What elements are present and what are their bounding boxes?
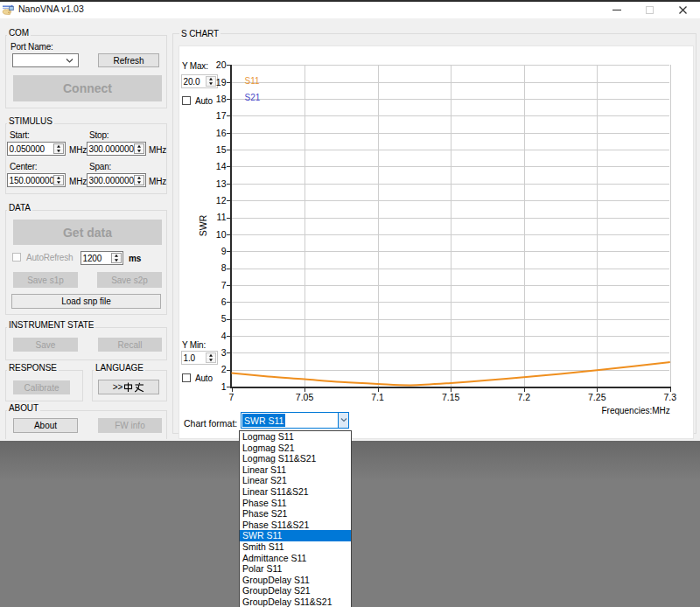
svg-text:1: 1 xyxy=(221,381,227,392)
svg-text:8: 8 xyxy=(221,262,227,273)
svg-text:Frequencies:MHz: Frequencies:MHz xyxy=(601,406,669,415)
svg-text:17: 17 xyxy=(216,110,227,121)
svg-text:SWR: SWR xyxy=(198,214,208,236)
svg-text:7.2: 7.2 xyxy=(517,392,530,402)
svg-text:10: 10 xyxy=(216,229,227,240)
svg-text:S21: S21 xyxy=(245,93,261,102)
svg-text:7.3: 7.3 xyxy=(663,392,676,402)
svg-text:11: 11 xyxy=(217,212,227,222)
svg-text:12: 12 xyxy=(216,195,227,206)
svg-text:20: 20 xyxy=(216,59,227,70)
svg-text:7: 7 xyxy=(221,280,227,290)
svg-text:13: 13 xyxy=(216,178,227,189)
svg-text:16: 16 xyxy=(216,128,227,138)
svg-text:15: 15 xyxy=(216,144,227,155)
svg-text:S11: S11 xyxy=(245,76,260,86)
svg-text:7.05: 7.05 xyxy=(296,392,314,402)
svg-text:7: 7 xyxy=(229,392,234,402)
svg-text:5: 5 xyxy=(221,313,227,324)
svg-text:2: 2 xyxy=(221,364,227,374)
svg-text:18: 18 xyxy=(216,94,227,104)
svg-text:7.1: 7.1 xyxy=(371,392,384,402)
svg-text:19: 19 xyxy=(216,77,227,87)
svg-text:7.25: 7.25 xyxy=(588,392,606,402)
svg-text:9: 9 xyxy=(221,246,227,256)
svg-text:7.15: 7.15 xyxy=(442,392,460,402)
svg-text:6: 6 xyxy=(221,297,227,307)
svg-text:14: 14 xyxy=(216,161,227,171)
svg-text:3: 3 xyxy=(221,347,227,358)
svg-text:4: 4 xyxy=(221,331,227,341)
